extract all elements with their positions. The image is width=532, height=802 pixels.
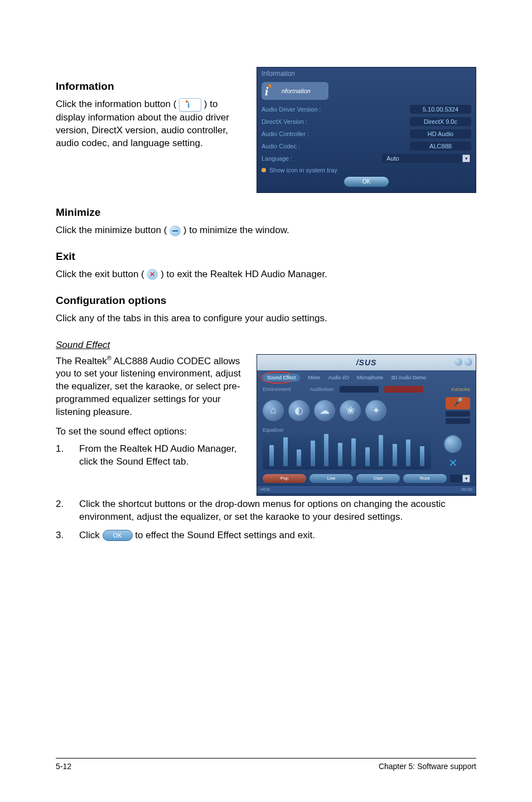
tab-audio-io[interactable]: Audio I/O bbox=[328, 375, 349, 380]
config-heading: Configuration options bbox=[56, 294, 476, 307]
step-3-pre: Click bbox=[79, 530, 103, 540]
asus-logo: /SUS bbox=[356, 358, 377, 367]
eq-bar[interactable] bbox=[311, 441, 315, 466]
bottom-right-label: 00:00 bbox=[461, 486, 472, 493]
tab-3d-audio[interactable]: 3D Audio Demo bbox=[391, 375, 426, 380]
preset-club[interactable]: Club bbox=[356, 474, 400, 483]
panel-close-icon[interactable] bbox=[465, 358, 472, 366]
eq-bar[interactable] bbox=[351, 438, 356, 466]
sound-effect-subheading: Sound Effect bbox=[56, 340, 110, 351]
bottom-left-label: HDA bbox=[260, 486, 270, 493]
equalizer-reset-icon[interactable]: ✕ bbox=[446, 456, 460, 470]
env-label: Environment bbox=[263, 386, 291, 392]
preset-circle-1[interactable]: ⌂ bbox=[263, 400, 284, 421]
eq-bar[interactable] bbox=[406, 439, 410, 466]
environment-presets: ⌂ ◐ ☁ ❀ ✦ 🎤 bbox=[257, 394, 476, 427]
information-heading: Information bbox=[56, 80, 245, 93]
config-paragraph: Click any of the tabs in this area to co… bbox=[56, 312, 476, 325]
se-to-set: To set the sound effect options: bbox=[56, 426, 245, 438]
driver-value: 5.10.00.5324 bbox=[410, 105, 471, 114]
step-3-num: 3. bbox=[56, 529, 79, 542]
minimize-text-pre: Click the minimize button ( bbox=[56, 225, 167, 235]
show-icon-checkbox[interactable]: Show icon in system tray bbox=[257, 165, 476, 177]
sound-effect-panel: /SUS Sound Effect Mixer Audio I/O Microp… bbox=[257, 354, 476, 496]
step-2-text: Click the shortcut buttons or the drop-d… bbox=[79, 498, 476, 524]
language-label: Language : bbox=[262, 155, 292, 162]
information-panel: Information i nformation Audio Driver Ve… bbox=[257, 67, 476, 193]
exit-text-post: ) to exit the Realtek HD Audio Manager. bbox=[161, 269, 327, 279]
info-ok-button[interactable]: OK bbox=[344, 177, 389, 187]
info-row-language: Language : Auto ▾ bbox=[262, 152, 471, 165]
preset-live[interactable]: Live bbox=[309, 474, 353, 483]
ok-button-inline: OK bbox=[103, 530, 133, 541]
step-3-text: Click OK to effect the Sound Effect sett… bbox=[79, 529, 476, 542]
minimize-heading: Minimize bbox=[56, 206, 476, 219]
codec-value: ALC888 bbox=[410, 142, 471, 151]
exit-text-pre: Click the exit button ( bbox=[56, 269, 144, 279]
page-footer: 5-12 Chapter 5: Software support bbox=[56, 758, 476, 771]
se-sub-row: Environment Auditorium Karaoke bbox=[257, 384, 476, 394]
eq-bar[interactable] bbox=[324, 434, 328, 466]
preset-pills-row: Pop Live Club Rock ▾ bbox=[257, 474, 476, 485]
info-text-pre: Click the information button ( bbox=[56, 99, 179, 109]
eq-bar[interactable] bbox=[297, 450, 301, 466]
information-icon bbox=[179, 98, 201, 112]
env-dropdown-red[interactable] bbox=[384, 386, 423, 393]
info-card-label: nformation bbox=[282, 88, 311, 94]
equalizer-bars[interactable] bbox=[263, 435, 431, 470]
equalizer-dial[interactable] bbox=[444, 435, 462, 453]
eq-bar[interactable] bbox=[420, 446, 424, 466]
eq-bar[interactable] bbox=[379, 435, 383, 466]
eq-bar[interactable] bbox=[393, 444, 397, 466]
information-paragraph: Click the information button ( ) to disp… bbox=[56, 98, 245, 150]
language-dropdown[interactable]: Auto ▾ bbox=[382, 154, 471, 163]
karaoke-bar-1[interactable] bbox=[446, 411, 470, 417]
minimize-paragraph: Click the minimize button ( ) to minimiz… bbox=[56, 224, 476, 237]
codec-label: Audio Codec : bbox=[262, 143, 300, 149]
se-body-pre: The Realtek bbox=[56, 355, 107, 366]
exit-icon bbox=[147, 269, 158, 280]
minimize-text-post: ) to minimize the window. bbox=[183, 225, 289, 235]
dropdown-icon[interactable]: ▾ bbox=[462, 475, 470, 482]
directx-label: DirectX Version : bbox=[262, 118, 307, 125]
preset-circle-2[interactable]: ◐ bbox=[288, 400, 309, 421]
preset-pop[interactable]: Pop bbox=[263, 474, 306, 483]
preset-dropdown[interactable]: ▾ bbox=[450, 475, 470, 482]
mic-icon[interactable]: 🎤 bbox=[446, 397, 470, 409]
registered-mark: ® bbox=[107, 355, 112, 361]
step-3-post: to effect the Sound Effect settings and … bbox=[135, 530, 315, 540]
se-bottom-bar: HDA 00:00 bbox=[257, 485, 476, 493]
env-dropdown[interactable] bbox=[340, 386, 379, 393]
driver-label: Audio Driver Version : bbox=[262, 106, 321, 113]
footer-page-number: 5-12 bbox=[56, 762, 71, 771]
step-3: 3. Click OK to effect the Sound Effect s… bbox=[56, 529, 476, 542]
preset-rock[interactable]: Rock bbox=[403, 474, 447, 483]
info-row-codec: Audio Codec : ALC888 bbox=[262, 140, 471, 152]
eq-bar[interactable] bbox=[283, 437, 288, 466]
preset-circle-3[interactable]: ☁ bbox=[314, 400, 335, 421]
karaoke-box: 🎤 bbox=[446, 397, 470, 424]
info-row-controller: Audio Controller : HD Audio bbox=[262, 128, 471, 140]
panel-minimize-icon[interactable] bbox=[454, 358, 462, 366]
step-1-num: 1. bbox=[56, 443, 79, 468]
sound-effect-paragraph: The Realtek® ALC888 Audio CODEC allows y… bbox=[56, 354, 245, 419]
preset-circle-5[interactable]: ✦ bbox=[365, 400, 386, 421]
se-tabs-row: Sound Effect Mixer Audio I/O Microphone … bbox=[257, 370, 476, 384]
dropdown-icon[interactable]: ▾ bbox=[462, 154, 470, 162]
auditorium-label: Auditorium bbox=[310, 386, 334, 392]
preset-circle-4[interactable]: ❀ bbox=[340, 400, 361, 421]
eq-bar[interactable] bbox=[338, 443, 342, 466]
karaoke-bar-2[interactable] bbox=[446, 418, 470, 424]
tab-microphone[interactable]: Microphone bbox=[357, 375, 383, 380]
step-1: 1. From the Realtek HD Audio Manager, cl… bbox=[56, 443, 245, 468]
info-card-icon: i bbox=[265, 84, 278, 98]
eq-bar[interactable] bbox=[269, 445, 274, 466]
footer-chapter: Chapter 5: Software support bbox=[379, 762, 476, 771]
tab-mixer[interactable]: Mixer bbox=[308, 375, 320, 380]
tab-sound-effect[interactable]: Sound Effect bbox=[263, 374, 300, 381]
step-1-text: From the Realtek HD Audio Manager, click… bbox=[79, 443, 245, 468]
se-panel-header: /SUS bbox=[257, 355, 476, 370]
eq-bar[interactable] bbox=[365, 447, 370, 466]
equalizer-area: ✕ bbox=[257, 433, 476, 474]
step-2: 2. Click the shortcut buttons or the dro… bbox=[56, 498, 476, 524]
